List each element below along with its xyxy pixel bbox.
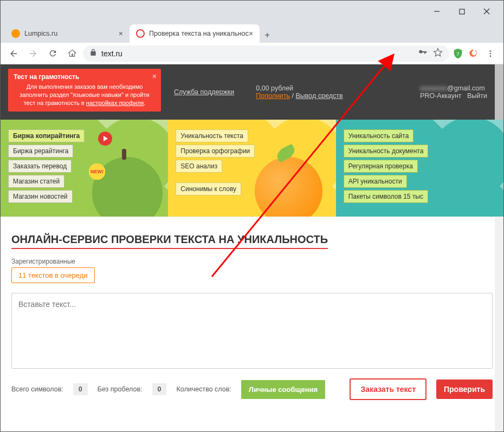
browser-tabs: Lumpics.ru × Проверка текста на уникальн… <box>1 22 503 43</box>
svg-text:7: 7 <box>456 51 459 56</box>
logout-link[interactable]: Выйти <box>467 92 487 100</box>
chip-doc-unique[interactable]: Уникальность документа <box>344 145 429 158</box>
svg-point-7 <box>490 55 492 57</box>
stat-total-value: 0 <box>73 383 88 395</box>
promo-row: NEW! Биржа копирайтинга Биржа рерайтинга… <box>1 120 503 217</box>
queue-badge[interactable]: 11 текстов в очереди <box>11 267 95 283</box>
banner-close-icon[interactable]: × <box>152 72 157 81</box>
user-email-hidden: xxxxxxxx <box>420 84 447 92</box>
back-button[interactable] <box>5 45 22 62</box>
page-title: ОНЛАЙН-СЕРВИС ПРОВЕРКИ ТЕКСТА НА УНИКАЛЬ… <box>11 233 328 249</box>
tab-lumpics[interactable]: Lumpics.ru × <box>5 24 130 43</box>
menu-button[interactable] <box>482 45 499 62</box>
play-button[interactable] <box>98 132 112 146</box>
home-button[interactable] <box>63 45 81 62</box>
star-icon[interactable] <box>433 48 443 59</box>
chip-copywriting[interactable]: Биржа копирайтинга <box>8 129 85 142</box>
banner-body: Для выполнения заказов вам необходимо за… <box>14 83 156 107</box>
promo-api: Уникальность сайта Уникальность документ… <box>336 120 503 217</box>
chip-seo[interactable]: SEO анализ <box>176 160 222 173</box>
text-input[interactable] <box>11 293 493 369</box>
svg-rect-1 <box>460 9 464 14</box>
chip-api[interactable]: API уникальности <box>344 175 407 188</box>
withdraw-link[interactable]: Вывод средств <box>296 92 343 100</box>
page-content: × Тест на грамотность Для выполнения зак… <box>1 64 503 432</box>
chip-translation[interactable]: Заказать перевод <box>8 160 72 173</box>
lock-icon <box>89 49 97 58</box>
toolbar: text.ru 7 <box>1 43 503 64</box>
reload-button[interactable] <box>44 45 61 62</box>
user-email-domain: @gmail.com <box>447 84 485 92</box>
stat-nospaces-label: Без пробелов: <box>98 385 143 393</box>
window-titlebar <box>1 1 503 22</box>
promo-uniqueness: Уникальность текста Проверка орфографии … <box>168 120 335 217</box>
new-badge: NEW! <box>87 162 107 181</box>
literacy-test-banner: × Тест на грамотность Для выполнения зак… <box>8 69 161 112</box>
key-icon[interactable] <box>418 48 428 59</box>
personal-messages-button[interactable]: Личные сообщения <box>241 380 325 399</box>
chip-packages[interactable]: Пакеты символов 15 тыс <box>344 190 428 203</box>
main-section: ОНЛАЙН-СЕРВИС ПРОВЕРКИ ТЕКСТА НА УНИКАЛЬ… <box>1 217 503 408</box>
extension-shield-icon[interactable]: 7 <box>451 47 464 60</box>
svg-point-5 <box>490 50 492 52</box>
stat-nospaces-value: 0 <box>152 383 167 395</box>
extension-fire-icon[interactable] <box>467 47 480 60</box>
chip-rewriting[interactable]: Биржа рерайтинга <box>8 145 73 158</box>
support-link[interactable]: Служба поддержки <box>174 88 234 96</box>
tab-title: Проверка текста на уникальнос <box>149 30 249 37</box>
url-text: text.ru <box>101 49 122 58</box>
tab-close-icon[interactable]: × <box>119 29 123 38</box>
window-maximize-button[interactable] <box>449 3 474 19</box>
chip-news[interactable]: Магазин новостей <box>8 190 73 203</box>
order-text-button[interactable]: Заказать текст <box>350 378 427 400</box>
window-minimize-button[interactable] <box>424 3 449 19</box>
chip-articles[interactable]: Магазин статей <box>8 175 64 188</box>
pro-account-link[interactable]: PRO-Аккаунт <box>420 92 462 100</box>
window-close-button[interactable] <box>474 3 499 19</box>
svg-point-6 <box>490 53 492 54</box>
banner-link[interactable]: настройках профиля <box>86 100 144 106</box>
new-tab-button[interactable]: + <box>260 28 275 43</box>
promo-copywriting: NEW! Биржа копирайтинга Биржа рерайтинга… <box>1 120 168 217</box>
tab-close-icon[interactable]: × <box>249 29 253 38</box>
favicon-icon <box>11 29 20 38</box>
favicon-icon <box>136 29 145 38</box>
address-bar[interactable]: text.ru <box>83 45 449 62</box>
chip-text-unique[interactable]: Уникальность текста <box>176 129 248 142</box>
chip-regular[interactable]: Регулярная проверка <box>344 160 418 173</box>
topup-link[interactable]: Пополнить <box>256 92 290 100</box>
tab-textru[interactable]: Проверка текста на уникальнос × <box>130 24 260 43</box>
chip-synonyms[interactable]: Синонимы к слову <box>176 182 241 195</box>
stat-words-label: Количество слов: <box>176 385 231 393</box>
chip-site-unique[interactable]: Уникальность сайта <box>344 129 414 142</box>
stat-total-label: Всего символов: <box>11 385 63 393</box>
account-block: xxxxxxxx@gmail.com PRO-Аккаунт Выйти <box>420 84 487 100</box>
forward-button[interactable] <box>24 45 42 62</box>
balance-block: 0,00 рублей Пополнить / Вывод средств <box>256 84 343 100</box>
banner-title: Тест на грамотность <box>14 73 79 81</box>
registered-label: Зарегистрированные <box>11 258 493 265</box>
tab-title: Lumpics.ru <box>24 30 57 37</box>
check-button[interactable]: Проверить <box>436 379 493 399</box>
chip-spelling[interactable]: Проверка орфографии <box>176 145 255 158</box>
stats-row: Всего символов: 0 Без пробелов: 0 Количе… <box>11 378 493 400</box>
balance-value: 0,00 рублей <box>256 84 343 92</box>
